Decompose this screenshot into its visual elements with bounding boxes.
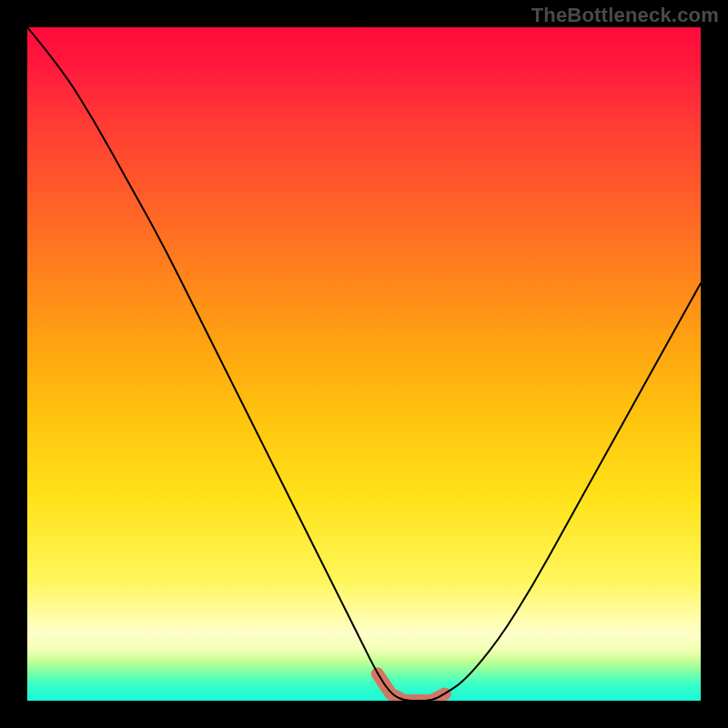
chart-frame: TheBottleneck.com	[0, 0, 728, 728]
bottleneck-curve	[27, 27, 701, 701]
watermark-text: TheBottleneck.com	[531, 4, 719, 27]
chart-svg	[27, 27, 701, 701]
plot-area	[27, 27, 701, 701]
